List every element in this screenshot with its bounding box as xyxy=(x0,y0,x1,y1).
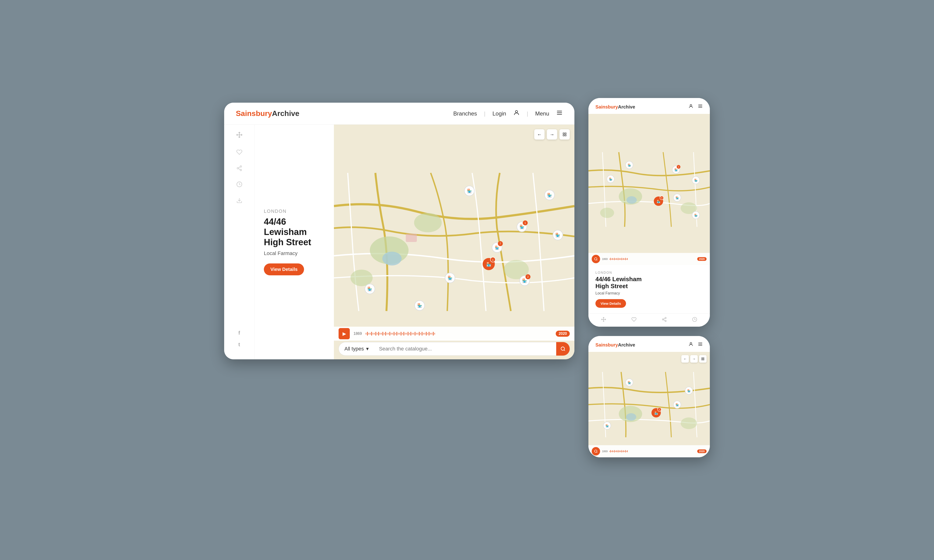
timeline-dot xyxy=(371,332,372,335)
timeline-dots xyxy=(366,332,552,335)
timeline-dot xyxy=(377,333,378,335)
timeline-dot xyxy=(387,333,387,335)
user-icon xyxy=(513,109,520,118)
phone-short-logo-sainsbury: Sainsbury xyxy=(595,342,618,348)
svg-text:🏪: 🏪 xyxy=(522,278,527,283)
timeline-dot xyxy=(406,333,407,335)
timeline-dot xyxy=(409,333,410,335)
timeline-dot xyxy=(424,333,425,335)
map-back-button[interactable]: ← xyxy=(534,129,544,140)
timeline-dot xyxy=(378,332,379,335)
clock-icon[interactable] xyxy=(236,181,242,189)
view-details-button[interactable]: View Details xyxy=(264,263,304,275)
phone-short-grid-btn[interactable] xyxy=(699,355,707,363)
svg-text:🏪: 🏪 xyxy=(674,168,678,171)
phone-short-dots xyxy=(609,450,695,452)
phone-clock-icon[interactable] xyxy=(692,317,697,323)
map-svg: 🏪 🏪 1 🏪 xyxy=(334,125,575,359)
phone-tall-view-details[interactable]: View Details xyxy=(595,299,626,308)
svg-line-116 xyxy=(596,452,597,453)
timeline-dot xyxy=(388,333,389,335)
timeline-dot xyxy=(420,333,421,335)
nav-divider2: | xyxy=(527,110,528,117)
timeline-dot xyxy=(396,332,397,335)
phone-short-forward-btn[interactable]: → xyxy=(690,355,698,363)
twitter-icon[interactable]: t xyxy=(238,342,240,348)
timeline-dot xyxy=(416,333,417,335)
phone-short-back-btn[interactable]: ← xyxy=(681,355,689,363)
timeline-dot xyxy=(427,333,428,335)
phone-hamburger-icon xyxy=(698,104,703,110)
phone-tall-start-year: 1869 xyxy=(602,258,607,260)
svg-point-98 xyxy=(626,413,636,421)
phone-move-icon xyxy=(601,317,606,323)
phone-short-hamburger-icon xyxy=(698,342,703,348)
share-icon[interactable] xyxy=(236,165,242,173)
svg-text:🏪: 🏪 xyxy=(555,232,560,237)
svg-line-89 xyxy=(664,318,665,319)
phone-logo-archive: Archive xyxy=(618,104,635,110)
svg-point-87 xyxy=(665,320,666,322)
timeline-dot xyxy=(381,333,382,335)
timeline-dot xyxy=(404,332,404,335)
tablet-device: Sainsbury Archive Branches | Login | Men… xyxy=(224,103,575,359)
nav-branches[interactable]: Branches xyxy=(453,110,477,117)
timeline-dot xyxy=(412,333,413,335)
search-input[interactable] xyxy=(379,346,552,352)
phone-tall-map: 🏪 🏪 🏪 2 🏪 xyxy=(589,114,710,265)
timeline-dot xyxy=(429,332,429,335)
map-grid-button[interactable] xyxy=(559,129,570,140)
timeline-bar: ▶ 1869 xyxy=(334,327,575,341)
play-button[interactable]: ▶ xyxy=(339,328,350,339)
phone-short-logo-archive: Archive xyxy=(618,342,635,348)
svg-text:🏪: 🏪 xyxy=(367,286,372,291)
phone-short-search-icon[interactable] xyxy=(592,447,600,455)
phone-short-end-badge: 2020 xyxy=(697,449,707,453)
nav-menu[interactable]: Menu xyxy=(535,110,549,117)
timeline-end-badge: 2020 xyxy=(556,331,570,337)
svg-text:1: 1 xyxy=(492,258,494,262)
sidebar-social: f t xyxy=(238,330,240,352)
nav-login[interactable]: Login xyxy=(492,110,506,117)
svg-line-53 xyxy=(564,350,565,351)
phone-tall-search-icon[interactable] xyxy=(592,255,600,263)
timeline-dot xyxy=(374,333,375,335)
timeline-dot xyxy=(408,332,408,335)
timeline-dot xyxy=(391,333,391,335)
heart-icon[interactable] xyxy=(236,149,242,157)
svg-text:🏪: 🏪 xyxy=(628,163,631,167)
svg-line-10 xyxy=(238,167,240,168)
svg-point-91 xyxy=(690,343,692,344)
svg-text:1: 1 xyxy=(524,221,526,225)
phone-tall-subtitle: Local Farmacy xyxy=(595,291,703,295)
phone-share-icon[interactable] xyxy=(662,317,667,323)
phone-short-logo: Sainsbury Archive xyxy=(595,342,635,348)
timeline-dot xyxy=(402,333,403,335)
svg-text:🏪: 🏪 xyxy=(486,262,492,267)
search-submit-button[interactable] xyxy=(556,342,570,355)
svg-text:🏪: 🏪 xyxy=(467,189,472,194)
timeline-dot xyxy=(419,332,419,335)
download-icon[interactable] xyxy=(236,197,242,205)
timeline-dot xyxy=(422,332,422,335)
svg-text:2: 2 xyxy=(659,408,660,411)
timeline-dot xyxy=(390,332,390,335)
search-type-select[interactable]: All types ▾ xyxy=(339,342,374,355)
phone-tall-map-svg: 🏪 🏪 🏪 2 🏪 xyxy=(589,114,710,265)
timeline-dot xyxy=(384,333,385,335)
timeline-dot xyxy=(426,332,427,335)
svg-text:2: 2 xyxy=(678,166,679,168)
timeline-dot xyxy=(373,333,373,335)
logo-sainsbury: Sainsbury xyxy=(236,109,272,118)
svg-text:2: 2 xyxy=(527,275,529,278)
timeline-track[interactable] xyxy=(366,333,552,335)
phone-short-header: Sainsbury Archive xyxy=(589,336,710,352)
svg-line-9 xyxy=(238,169,240,170)
tablet-nav: Branches | Login | Menu xyxy=(453,109,563,118)
svg-rect-113 xyxy=(702,359,703,360)
facebook-icon[interactable]: f xyxy=(238,330,240,336)
map-forward-button[interactable]: → xyxy=(547,129,557,140)
phone-short-timeline: 1869 xyxy=(589,445,710,457)
timeline-dot xyxy=(415,332,415,335)
phone-heart-icon[interactable] xyxy=(631,317,637,323)
